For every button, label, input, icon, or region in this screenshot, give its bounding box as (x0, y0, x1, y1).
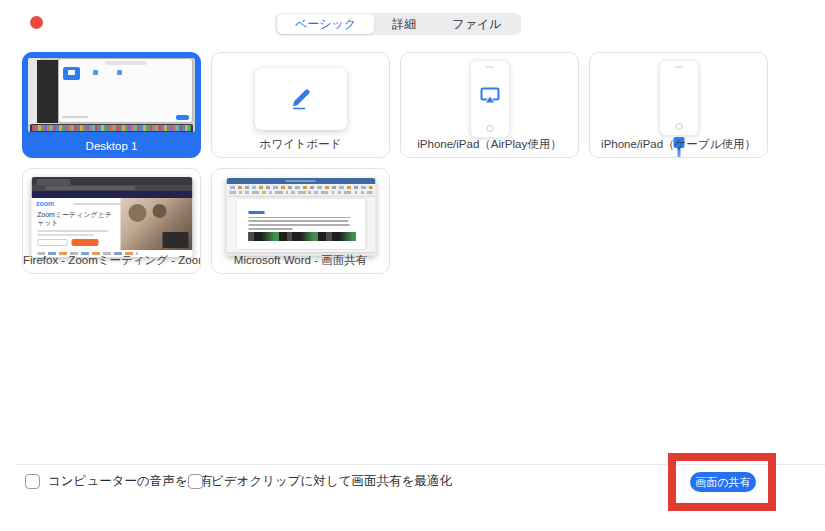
site-text-line (37, 234, 93, 236)
tile-label: ホワイトボード (212, 137, 389, 152)
site-text-line (37, 230, 107, 232)
mini-icon-shape (117, 70, 122, 75)
share-mode-tabs: ベーシック 詳細 ファイル (275, 13, 521, 35)
browser-urlbar-shape (31, 185, 192, 191)
dark-panel-shape (37, 60, 58, 123)
mini-icon-shape (93, 70, 98, 75)
doc-embedded-image-shape (248, 232, 355, 241)
tile-whiteboard[interactable]: ホワイトボード (211, 52, 390, 158)
zoom-logo-text: zoom (36, 200, 54, 207)
site-nav-shape (73, 203, 123, 205)
pencil-icon (286, 83, 316, 115)
mini-footer-shape (62, 115, 189, 120)
tile-label: iPhone/iPad（ケーブル使用） (590, 137, 767, 152)
tile-label: iPhone/iPad（AirPlay使用） (401, 137, 578, 152)
annotation-highlight-rectangle (668, 453, 776, 511)
tile-label: Desktop 1 (23, 140, 200, 152)
site-email-input-shape (37, 239, 67, 246)
tab-advanced[interactable]: 詳細 (374, 14, 434, 34)
hero-photo (120, 198, 192, 250)
mini-tabbar-shape (105, 61, 147, 65)
site-topbar-shape (31, 191, 192, 198)
tile-word-window[interactable]: Microsoft Word - 画面共有 (211, 168, 390, 274)
checkbox-optimize-video-clip[interactable]: ビデオクリップに対して画面共有を最適化 (188, 473, 452, 490)
iphone-outline (470, 60, 510, 138)
macos-dock-shape (30, 124, 193, 132)
desktop-1-thumbnail (28, 58, 195, 132)
word-ribbon-shape (226, 184, 375, 197)
dock-icons-strip (32, 125, 191, 131)
mini-selected-tile-shape (63, 67, 80, 80)
doc-heading-shape (248, 211, 264, 214)
tile-desktop-1[interactable]: Desktop 1 (22, 52, 201, 158)
share-source-grid: Desktop 1 ホワイトボード (22, 52, 782, 274)
site-heading-text: Zoomミーティングとチャット (37, 211, 113, 227)
site-content: zoom Zoomミーティングとチャット (31, 198, 192, 257)
checkbox-label: ビデオクリップに対して画面共有を最適化 (211, 473, 452, 490)
tile-label: Firefox - Zoomミーティング - Zoom... (23, 253, 200, 268)
tile-firefox-window[interactable]: zoom Zoomミーティングとチャット Firefox - Zoomミーティン… (22, 168, 201, 274)
mini-share-button-shape (176, 115, 189, 120)
word-page (236, 199, 365, 249)
dialog-window-shape (59, 59, 192, 122)
whiteboard-card (255, 68, 347, 130)
checkbox-icon[interactable] (188, 474, 203, 489)
word-titlebar-shape (226, 178, 375, 184)
ribbon-icons-row (229, 186, 372, 189)
doc-text-line (248, 220, 349, 222)
doc-text-line (248, 224, 350, 226)
checkbox-share-computer-sound[interactable]: コンピューターの音声を共有 (25, 473, 213, 490)
phone-speaker-shape (675, 66, 683, 68)
tile-label: Microsoft Word - 画面共有 (212, 253, 389, 268)
tile-iphone-airplay[interactable]: iPhone/iPad（AirPlay使用） (400, 52, 579, 158)
doc-text-line (248, 217, 351, 219)
airplay-icon (480, 87, 500, 108)
phone-speaker-shape (486, 66, 494, 68)
checkbox-icon[interactable] (25, 474, 40, 489)
phone-home-button-shape (486, 125, 493, 132)
tile-iphone-cable[interactable]: iPhone/iPad（ケーブル使用） (589, 52, 768, 158)
iphone-outline (659, 60, 699, 136)
phone-home-button-shape (675, 123, 682, 130)
word-thumbnail (226, 178, 375, 256)
tab-basic[interactable]: ベーシック (277, 14, 374, 34)
firefox-thumbnail: zoom Zoomミーティングとチャット (31, 177, 192, 257)
window-close-dot[interactable] (30, 16, 43, 29)
browser-tabbar-shape (31, 177, 192, 185)
doc-text-line (248, 228, 293, 230)
ribbon-icons-row (229, 191, 372, 194)
site-signup-cta-shape (71, 239, 98, 246)
tab-files[interactable]: ファイル (434, 14, 519, 34)
